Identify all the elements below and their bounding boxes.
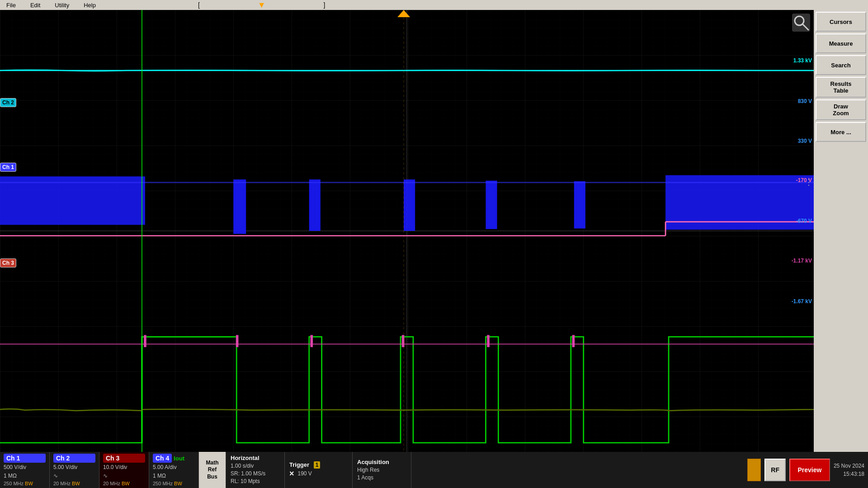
ch1-impedance: 1 MΩ <box>4 472 46 480</box>
ch3-info[interactable]: Ch 3 10.0 V/div ∿ 20 MHz BW <box>99 452 149 488</box>
ch2-info[interactable]: Ch 2 5.00 V/div ∿ 20 MHz BW <box>50 452 99 488</box>
ch1-volts: 500 V/div <box>4 464 46 471</box>
help-menu[interactable]: Help <box>81 1 99 9</box>
bottom-bar: Ch 1 500 V/div 1 MΩ 250 MHz BW Ch 2 5.00… <box>0 452 868 488</box>
trigger-voltage: 190 V <box>298 470 312 478</box>
trigger-badge: 1 <box>314 461 321 469</box>
ch3-volts: 10.0 V/div <box>103 464 145 471</box>
voltage-label-5: -670 V <box>796 218 812 224</box>
datetime-display: 25 Nov 2024 15:43:18 <box>834 462 864 478</box>
utility-menu[interactable]: Utility <box>52 1 72 9</box>
results-table-button[interactable]: Results Table <box>816 77 866 98</box>
magnifier-icon <box>792 14 810 32</box>
acquisition-header: Acquisition <box>357 459 406 465</box>
horizontal-time: 1.00 s/div <box>231 462 280 470</box>
vertical-dots[interactable]: ⋮ <box>805 179 813 185</box>
voltage-label-7: -1.67 kV <box>792 298 812 305</box>
math-ref-bus-label: MathRefBus <box>206 460 219 481</box>
voltage-label-1: 1.33 kV <box>793 57 812 64</box>
math-ref-bus[interactable]: MathRefBus <box>199 452 226 488</box>
rf-button[interactable]: RF <box>764 459 786 481</box>
measure-button[interactable]: Measure <box>816 33 866 53</box>
horizontal-sr: SR: 1.00 MS/s <box>231 470 280 478</box>
preview-button[interactable]: Preview <box>789 459 830 481</box>
scope-display: 1.33 kV 830 V 330 V -170 V -670 V -1.17 … <box>0 10 814 452</box>
horizontal-rl: RL: 10 Mpts <box>231 478 280 485</box>
acquisition-acqs: 1 Acqs <box>357 474 406 482</box>
ch2-bw: 20 MHz BW <box>53 481 95 486</box>
voltage-label-2: 830 V <box>798 98 812 104</box>
channel-label-c1[interactable]: Ch 1 <box>0 163 16 172</box>
right-panel: Cursors Measure Search Results Table Dra… <box>814 10 868 452</box>
ch3-label: Ch 3 <box>103 454 145 463</box>
ch1-info[interactable]: Ch 1 500 V/div 1 MΩ 250 MHz BW <box>0 452 50 488</box>
grid <box>0 10 814 452</box>
trigger-row: × 190 V <box>289 469 348 479</box>
trigger-symbol: × <box>289 469 294 479</box>
right-controls: RF Preview 25 Nov 2024 15:43:18 <box>744 452 868 488</box>
ch3-bw: 20 MHz BW <box>103 481 145 486</box>
ch2-label: Ch 2 <box>53 454 95 463</box>
more-button[interactable]: More ... <box>816 122 866 142</box>
ch4-info[interactable]: Ch 4 Iout 5.00 A/div 1 MΩ 250 MHz BW <box>149 452 199 488</box>
ch4-iout-label: Iout <box>174 455 184 462</box>
channel-label-c3[interactable]: Ch 3 <box>0 258 16 267</box>
acquisition-mode: High Res <box>357 466 406 474</box>
cursors-button[interactable]: Cursors <box>816 12 866 32</box>
acquisition-info[interactable]: Acquisition High Res 1 Acqs <box>353 452 411 488</box>
ch4-volts: 5.00 A/div <box>153 464 195 471</box>
draw-zoom-button[interactable]: Draw Zoom <box>816 99 866 120</box>
channel-label-c2[interactable]: Ch 2 <box>0 98 16 107</box>
ch2-icon: ∿ <box>53 472 95 480</box>
ch2-volts: 5.00 V/div <box>53 464 95 471</box>
horizontal-header: Horizontal <box>231 455 280 461</box>
menu-bar: File Edit Utility Help [ ▼ ] <box>0 0 868 10</box>
main-content: 1.33 kV 830 V 330 V -170 V -670 V -1.17 … <box>0 10 868 452</box>
horizontal-info[interactable]: Horizontal 1.00 s/div SR: 1.00 MS/s RL: … <box>226 452 285 488</box>
ch4-label: Ch 4 <box>153 454 172 463</box>
rf-indicator <box>747 459 761 481</box>
trigger-header: Trigger 1 <box>289 461 348 468</box>
ch4-impedance: 1 MΩ <box>153 472 195 480</box>
search-button[interactable]: Search <box>816 55 866 75</box>
ch3-icon: ∿ <box>103 472 145 480</box>
ch4-bw: 250 MHz BW <box>153 481 195 486</box>
edit-menu[interactable]: Edit <box>28 1 43 9</box>
ch1-bw: 250 MHz BW <box>4 481 46 486</box>
voltage-label-6: -1.17 kV <box>792 258 812 264</box>
voltage-label-3: 330 V <box>798 138 812 144</box>
trigger-info[interactable]: Trigger 1 × 190 V <box>285 452 353 488</box>
file-menu[interactable]: File <box>4 1 19 9</box>
ch1-label: Ch 1 <box>4 454 46 463</box>
